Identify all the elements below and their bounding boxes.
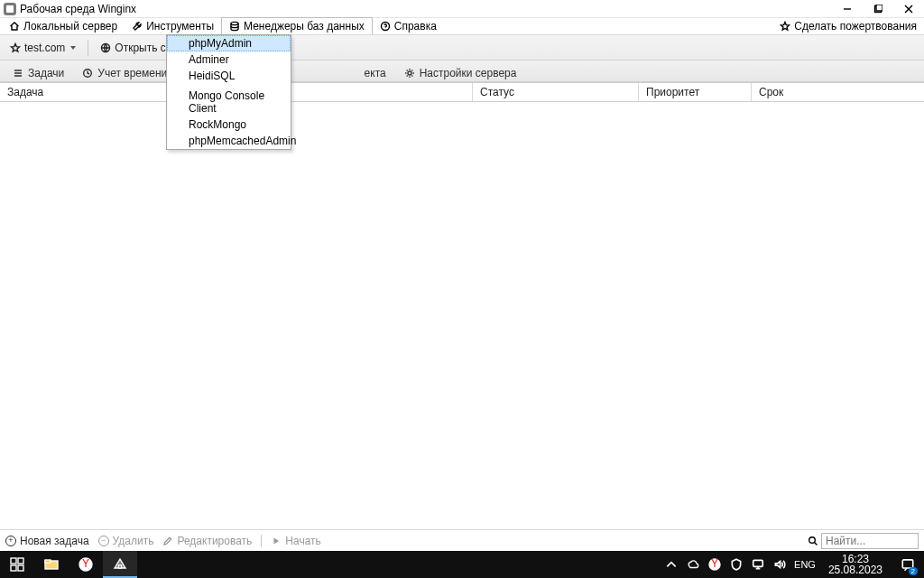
tray-clock[interactable]: 16:23 25.08.2023	[823, 554, 888, 575]
svg-point-10	[809, 536, 816, 543]
start-button[interactable]	[0, 551, 34, 578]
list-icon	[13, 68, 23, 79]
menu-local-server[interactable]: Локальный сервер	[2, 18, 125, 34]
task-search	[808, 533, 919, 549]
dropdown-item-mongo-console[interactable]: Mongo Console Client	[167, 88, 291, 117]
tab-tasks[interactable]: Задачи	[4, 63, 73, 82]
site-toolbar: test.com Открыть сайт	[0, 35, 924, 61]
svg-point-6	[381, 23, 389, 31]
svg-point-5	[231, 22, 238, 24]
window-titlebar: Рабочая среда Winginx	[0, 0, 924, 18]
svg-rect-17	[45, 560, 51, 563]
column-header-status[interactable]: Статус	[473, 83, 639, 101]
window-close-button[interactable]	[893, 0, 924, 18]
tray-network-icon[interactable]	[751, 557, 765, 572]
svg-rect-12	[11, 558, 16, 564]
tray-chevron-up-icon[interactable]	[664, 557, 679, 572]
tray-onedrive-icon[interactable]	[686, 557, 700, 572]
column-header-priority[interactable]: Приоритет	[639, 83, 752, 101]
tray-defender-icon[interactable]	[729, 557, 744, 572]
menu-label: Сделать пожертвования	[794, 20, 917, 33]
menu-label: Локальный сервер	[23, 20, 117, 33]
system-tray: Y ENG 16:23 25.08.2023 2	[664, 551, 924, 578]
gear-icon	[404, 68, 415, 79]
dropdown-item-phpmyadmin[interactable]: phpMyAdmin	[167, 35, 291, 51]
start-task-button[interactable]: Начать	[271, 535, 321, 547]
project-tabs: Задачи Учет времени Доку екта Настройки …	[0, 61, 924, 82]
notification-badge: 2	[909, 567, 918, 575]
menu-donate[interactable]: Сделать пожертвования	[772, 18, 924, 34]
window-title: Рабочая среда Winginx	[20, 3, 136, 15]
play-icon	[271, 536, 282, 546]
svg-rect-23	[753, 560, 763, 566]
pencil-icon	[162, 536, 173, 546]
tab-project-partial[interactable]: екта	[356, 63, 395, 82]
dropdown-item-rockmongo[interactable]: RockMongo	[167, 117, 291, 133]
tab-label: Настройки сервера	[420, 67, 517, 79]
tab-label: Задачи	[28, 67, 64, 79]
help-icon	[380, 21, 391, 32]
svg-rect-15	[18, 565, 23, 571]
menu-tools[interactable]: Инструменты	[125, 18, 221, 34]
task-action-bar: + Новая задача − Удалить Редактировать Н…	[0, 529, 924, 551]
menu-help[interactable]: Справка	[373, 18, 444, 34]
svg-rect-20	[119, 565, 122, 568]
tab-label: Учет времени	[97, 67, 167, 79]
taskbar-yandex-browser[interactable]: Y	[69, 551, 103, 578]
dropdown-item-heidisql[interactable]: HeidiSQL	[167, 68, 291, 84]
menubar: Локальный сервер Инструменты Менеджеры б…	[0, 18, 924, 35]
button-label: Редактировать	[177, 535, 252, 547]
plus-icon: +	[5, 536, 16, 546]
button-label: Новая задача	[20, 535, 89, 547]
minus-icon: −	[98, 536, 109, 546]
tab-time-tracking[interactable]: Учет времени	[73, 63, 176, 82]
tab-server-settings[interactable]: Настройки сервера	[395, 63, 526, 82]
svg-point-9	[408, 71, 411, 75]
site-selector[interactable]: test.com	[4, 38, 82, 58]
window-maximize-button[interactable]	[863, 0, 893, 18]
site-name: test.com	[24, 42, 65, 54]
window-minimize-button[interactable]	[832, 0, 863, 18]
tray-yandex-icon[interactable]: Y	[707, 557, 722, 572]
taskbar-file-explorer[interactable]	[34, 551, 69, 578]
app-icon	[4, 3, 16, 15]
search-icon	[808, 536, 818, 546]
task-table: Задача Статус Приоритет Срок	[0, 82, 924, 102]
home-icon	[9, 21, 20, 32]
dropdown-item-phpmemcachedadmin[interactable]: phpMemcachedAdmin	[167, 133, 291, 149]
task-table-header: Задача Статус Приоритет Срок	[0, 82, 924, 102]
toolbar-separator	[88, 40, 88, 56]
menu-label: Инструменты	[146, 20, 214, 33]
svg-text:Y: Y	[711, 558, 718, 570]
svg-text:Y: Y	[82, 557, 89, 570]
task-search-input[interactable]	[821, 533, 919, 549]
svg-rect-14	[11, 565, 16, 571]
windows-taskbar: Y Y ENG 16:23 25.08.2023 2	[0, 551, 924, 578]
taskbar-winginx[interactable]	[103, 551, 137, 578]
chevron-down-icon	[70, 46, 76, 50]
db-managers-dropdown: phpMyAdmin Adminer HeidiSQL Mongo Consol…	[166, 34, 291, 150]
new-task-button[interactable]: + Новая задача	[5, 535, 89, 547]
menu-db-managers[interactable]: Менеджеры баз данных	[221, 17, 373, 34]
tray-volume-icon[interactable]	[772, 557, 787, 572]
edit-task-button[interactable]: Редактировать	[162, 535, 252, 547]
database-icon	[229, 21, 240, 32]
column-header-due[interactable]: Срок	[752, 83, 924, 101]
task-table-body	[0, 102, 924, 529]
tray-language[interactable]: ENG	[794, 559, 816, 570]
star-icon	[780, 21, 790, 32]
clock-icon	[82, 68, 93, 79]
globe-icon	[100, 42, 111, 53]
delete-task-button[interactable]: − Удалить	[98, 535, 154, 547]
svg-rect-2	[876, 5, 882, 11]
button-label: Удалить	[113, 535, 154, 547]
button-label: Начать	[285, 535, 321, 547]
menu-label: Менеджеры баз данных	[244, 20, 365, 33]
menu-label: Справка	[394, 20, 437, 33]
dropdown-item-adminer[interactable]: Adminer	[167, 51, 291, 68]
tray-date: 25.08.2023	[828, 564, 882, 575]
tray-notifications[interactable]: 2	[895, 551, 920, 578]
svg-line-11	[815, 542, 818, 545]
tab-label: екта	[365, 67, 386, 79]
svg-rect-13	[18, 558, 23, 564]
